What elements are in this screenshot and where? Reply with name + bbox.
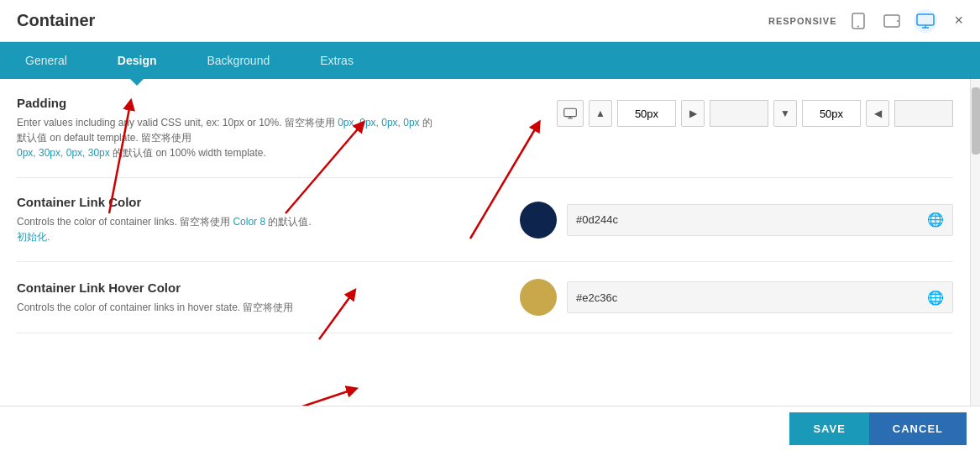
link-color-link[interactable]: Color 8 — [233, 216, 265, 228]
tab-extras[interactable]: Extras — [295, 42, 379, 79]
svg-rect-7 — [564, 108, 577, 116]
link-color-section: Container Link Color Controls the color … — [17, 178, 953, 262]
padding-link1[interactable]: 0px, 0px, 0px, 0px — [338, 117, 419, 128]
link-hover-color-section: Container Link Hover Color Controls the … — [17, 262, 953, 333]
link-hover-color-controls: 🌐 — [520, 279, 953, 316]
padding-right-btn[interactable]: ▶ — [681, 100, 705, 127]
link-color-globe-icon[interactable]: 🌐 — [927, 212, 944, 228]
link-color-init[interactable]: 初始化. — [17, 231, 50, 243]
mobile-device-icon[interactable] — [846, 9, 870, 33]
link-hover-color-swatch[interactable] — [520, 279, 557, 316]
save-button[interactable]: SAVE — [789, 412, 868, 445]
link-color-title: Container Link Color — [17, 195, 520, 209]
link-color-desc: Controls the color of container links. 留… — [17, 214, 437, 244]
svg-line-15 — [302, 390, 353, 406]
padding-title: Padding — [17, 96, 557, 110]
link-color-swatch[interactable] — [520, 202, 557, 239]
main-content: Padding Enter values including any valid… — [0, 79, 970, 406]
padding-bottom-input[interactable] — [802, 100, 861, 127]
header-right: RESPONSIVE — [768, 9, 963, 33]
link-hover-color-globe-icon[interactable]: 🌐 — [927, 290, 944, 306]
close-icon[interactable]: × — [954, 12, 963, 29]
link-color-input[interactable] — [576, 213, 927, 226]
padding-left-input[interactable] — [894, 100, 953, 127]
dialog-header: Container RESPONSIVE — [0, 0, 980, 42]
padding-device-btn[interactable] — [557, 100, 584, 127]
link-hover-color-input-wrapper: 🌐 — [567, 281, 953, 313]
tabs-bar: General Design Background Extras — [0, 42, 980, 79]
tab-general[interactable]: General — [0, 42, 92, 79]
padding-section: Padding Enter values including any valid… — [17, 96, 953, 178]
padding-right-input[interactable] — [710, 100, 768, 127]
tab-design[interactable]: Design — [92, 42, 182, 79]
desktop-device-icon[interactable] — [914, 9, 937, 33]
link-hover-color-title: Container Link Hover Color — [17, 281, 520, 295]
padding-left-btn[interactable]: ◀ — [866, 100, 889, 127]
padding-up-btn[interactable]: ▲ — [589, 100, 612, 127]
svg-point-1 — [857, 25, 859, 27]
svg-point-3 — [897, 20, 899, 22]
link-color-info: Container Link Color Controls the color … — [17, 195, 520, 244]
link-hover-color-desc: Controls the color of container links in… — [17, 300, 437, 315]
scrollbar-thumb[interactable] — [972, 87, 980, 155]
link-hover-color-row: Container Link Hover Color Controls the … — [17, 279, 953, 316]
link-color-row: Container Link Color Controls the color … — [17, 195, 953, 244]
padding-link2[interactable]: 0px, 30px, 0px, 30px — [17, 147, 110, 159]
tablet-device-icon[interactable] — [880, 9, 904, 33]
content-area: Padding Enter values including any valid… — [0, 79, 980, 406]
padding-info: Padding Enter values including any valid… — [17, 96, 557, 160]
padding-top-input[interactable] — [617, 100, 676, 127]
footer: SAVE CANCEL — [0, 406, 980, 451]
responsive-label: RESPONSIVE — [768, 16, 837, 26]
link-hover-color-input[interactable] — [576, 291, 927, 304]
tab-background[interactable]: Background — [182, 42, 296, 79]
link-color-input-wrapper: 🌐 — [567, 204, 953, 236]
cancel-button[interactable]: CANCEL — [869, 412, 967, 445]
padding-controls: ▲ ▶ ▼ ◀ — [557, 100, 953, 127]
link-hover-color-info: Container Link Hover Color Controls the … — [17, 281, 520, 315]
scrollbar[interactable] — [970, 79, 980, 406]
padding-description: Enter values including any valid CSS uni… — [17, 115, 437, 160]
dialog-container: Container RESPONSIVE — [0, 0, 980, 451]
link-color-controls: 🌐 — [520, 202, 953, 239]
svg-rect-4 — [917, 14, 934, 25]
dialog-title: Container — [17, 11, 95, 30]
padding-down-btn[interactable]: ▼ — [773, 100, 797, 127]
